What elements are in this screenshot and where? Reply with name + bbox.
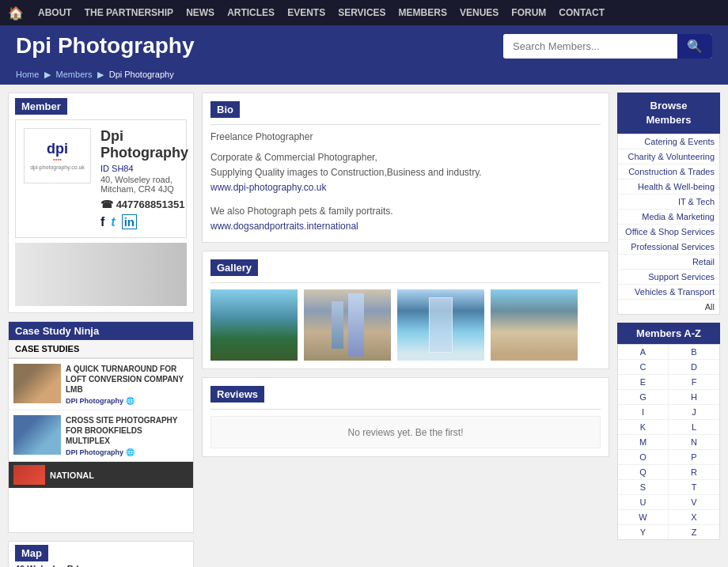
az-m[interactable]: M xyxy=(618,435,669,450)
gallery-thumb-4[interactable] xyxy=(491,289,578,361)
bio-para2: We also Photograph pets & family portrai… xyxy=(210,204,601,234)
breadcrumb-current: Dpi Photography xyxy=(109,70,174,79)
nav-venues[interactable]: VENUES xyxy=(453,0,505,25)
az-f[interactable]: F xyxy=(669,375,719,390)
az-l[interactable]: L xyxy=(669,420,719,435)
cs-item-title-2: CROSS SITE PHOTOGRAPHY FOR BROOKFIELDS M… xyxy=(66,415,188,446)
az-v[interactable]: V xyxy=(669,495,719,510)
page-header: Dpi Photography 🔍 xyxy=(0,25,728,66)
bio-para1: Corporate & Commercial Photographer,Supp… xyxy=(210,150,601,196)
cs-item-brand-2: DPI Photography 🌐 xyxy=(66,448,188,456)
cat-media[interactable]: Media & Marketing xyxy=(618,210,719,225)
nav-about[interactable]: ABOUT xyxy=(32,0,78,25)
gallery-divider xyxy=(210,282,601,283)
breadcrumb: Home ▶ Members ▶ Dpi Photography xyxy=(0,66,728,85)
cat-it[interactable]: IT & Tech xyxy=(618,195,719,210)
az-i[interactable]: I xyxy=(618,405,669,420)
reviews-divider xyxy=(210,409,601,410)
az-u[interactable]: U xyxy=(618,495,669,510)
az-w[interactable]: W xyxy=(618,510,669,525)
az-b[interactable]: B xyxy=(669,345,719,360)
az-grid: A B C D E F G H I J K L M N O P Q R S T … xyxy=(617,344,720,540)
nav-contact[interactable]: CONTACT xyxy=(552,0,611,25)
az-j[interactable]: J xyxy=(669,405,719,420)
cat-vehicles[interactable]: Vehicles & Transport xyxy=(618,285,719,300)
top-nav: 🏠 ABOUT THE PARTNERSHIP NEWS ARTICLES EV… xyxy=(0,0,728,25)
az-n[interactable]: N xyxy=(669,435,719,450)
cat-professional[interactable]: Professional Services xyxy=(618,240,719,255)
gallery-thumb-3[interactable] xyxy=(397,289,484,361)
cat-office[interactable]: Office & Shop Services xyxy=(618,225,719,240)
bio-divider xyxy=(210,124,601,125)
national-thumb xyxy=(13,465,45,485)
cat-retail[interactable]: Retail xyxy=(618,255,719,270)
linkedin-icon[interactable]: in xyxy=(122,214,137,229)
az-e[interactable]: E xyxy=(618,375,669,390)
search-button[interactable]: 🔍 xyxy=(677,34,712,59)
az-h[interactable]: H xyxy=(669,390,719,405)
list-item: A QUICK TURNAROUND FOR LOFT CONVERSION C… xyxy=(9,359,193,410)
cat-charity[interactable]: Charity & Volunteering xyxy=(618,149,719,164)
bio-header: Bio xyxy=(210,101,240,118)
az-x[interactable]: X xyxy=(669,510,719,525)
cat-support[interactable]: Support Services xyxy=(618,270,719,285)
az-d[interactable]: D xyxy=(669,360,719,375)
cat-health[interactable]: Health & Well-being xyxy=(618,180,719,195)
map-address: 40 Wolseley Rd xyxy=(9,561,193,567)
search-input[interactable] xyxy=(503,36,677,57)
cs-thumb-2 xyxy=(13,415,61,455)
national-label: NATIONAL xyxy=(50,471,94,480)
az-p[interactable]: P xyxy=(669,450,719,465)
nav-articles[interactable]: ARTICLES xyxy=(221,0,281,25)
member-address: 40, Wolseley road, Mitcham, CR4 4JQ xyxy=(100,175,188,194)
home-icon[interactable]: 🏠 xyxy=(8,6,24,21)
az-z[interactable]: Z xyxy=(669,525,719,539)
az-c[interactable]: C xyxy=(618,360,669,375)
az-s[interactable]: S xyxy=(618,480,669,495)
breadcrumb-members[interactable]: Members xyxy=(56,70,93,79)
search-container: 🔍 xyxy=(503,34,712,59)
left-column: Member dpi •••• dpi-photography.co.uk Dp… xyxy=(8,93,194,567)
member-logo: dpi •••• dpi-photography.co.uk xyxy=(24,128,91,183)
page-title: Dpi Photography xyxy=(16,33,195,59)
member-name: Dpi Photography xyxy=(100,128,188,161)
map-header: Map xyxy=(15,545,48,561)
breadcrumb-home[interactable]: Home xyxy=(16,70,39,79)
az-t[interactable]: T xyxy=(669,480,719,495)
nav-partnership[interactable]: THE PARTNERSHIP xyxy=(78,0,180,25)
az-g[interactable]: G xyxy=(618,390,669,405)
member-phone: ☎ 447768851351 xyxy=(100,198,188,210)
cat-catering[interactable]: Catering & Events xyxy=(618,134,719,149)
center-column: Bio Freelance Photographer Corporate & C… xyxy=(202,93,609,567)
list-item: CROSS SITE PHOTOGRAPHY FOR BROOKFIELDS M… xyxy=(9,410,193,462)
az-o[interactable]: O xyxy=(618,450,669,465)
az-q[interactable]: Q xyxy=(618,465,669,480)
gallery-thumb-1[interactable] xyxy=(210,289,298,361)
nav-members[interactable]: MEMBERS xyxy=(392,0,453,25)
cat-construction[interactable]: Construction & Trades xyxy=(618,164,719,180)
main-layout: Member dpi •••• dpi-photography.co.uk Dp… xyxy=(0,85,728,567)
list-item-national: NATIONAL xyxy=(9,462,193,488)
nav-services[interactable]: SERVICES xyxy=(332,0,392,25)
reviews-header: Reviews xyxy=(210,386,264,403)
az-k[interactable]: K xyxy=(618,420,669,435)
breadcrumb-sep1: ▶ xyxy=(44,70,51,79)
az-y[interactable]: Y xyxy=(618,525,669,539)
az-r[interactable]: R xyxy=(669,465,719,480)
gallery-section: Gallery xyxy=(202,251,609,369)
member-details: Dpi Photography ID SH84 40, Wolseley roa… xyxy=(100,128,188,229)
nav-events[interactable]: EVENTS xyxy=(281,0,332,25)
bio-line1: Freelance Photographer xyxy=(210,131,601,142)
bio-section: Bio Freelance Photographer Corporate & C… xyxy=(202,93,609,243)
member-label: Member xyxy=(15,98,67,115)
cs-item-brand-1: DPI Photography 🌐 xyxy=(66,397,188,405)
nav-news[interactable]: NEWS xyxy=(180,0,221,25)
facebook-icon[interactable]: f xyxy=(100,215,104,229)
nav-forum[interactable]: FORUM xyxy=(505,0,552,25)
twitter-icon[interactable]: t xyxy=(111,215,115,229)
map-section: Map 40 Wolseley Rd View larger map 📍 40 … xyxy=(8,541,194,567)
gallery-thumb-2[interactable] xyxy=(304,289,391,361)
az-a[interactable]: A xyxy=(618,345,669,360)
right-column: BrowseMembers Catering & Events Charity … xyxy=(617,93,720,567)
cat-all[interactable]: All xyxy=(618,300,719,314)
